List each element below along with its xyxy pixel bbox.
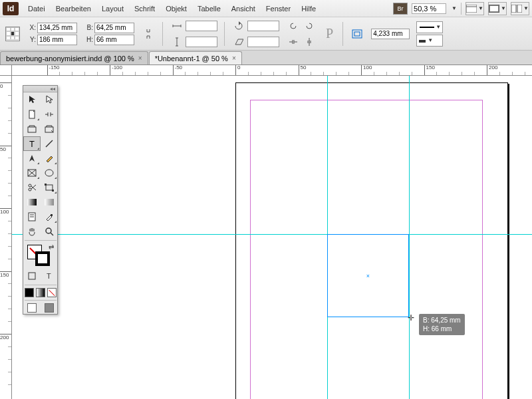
app-logo: Id [3, 2, 19, 15]
stroke-style-dropdown[interactable]: ▼ [416, 21, 443, 33]
vertical-ruler[interactable]: 050100150200 [0, 76, 12, 399]
svg-rect-4 [511, 5, 516, 13]
eyedropper-tool[interactable] [41, 209, 58, 224]
shear-input[interactable] [247, 37, 279, 47]
scale-y-icon[interactable] [170, 35, 184, 49]
close-icon[interactable]: × [232, 55, 236, 62]
fill-stroke-swatch[interactable]: ⇄ [23, 242, 58, 269]
rectangle-tool[interactable] [41, 166, 58, 180]
preview-view-icon[interactable] [45, 303, 54, 313]
apply-none-icon[interactable] [47, 288, 57, 297]
free-transform-tool[interactable] [41, 180, 58, 195]
x-position-input[interactable] [37, 23, 77, 33]
rotation-input[interactable] [247, 21, 279, 31]
svg-rect-6 [352, 30, 362, 38]
document-tabbar: bewerbung-anonymisiert.indd @ 100 % × *U… [0, 51, 532, 65]
apply-gradient-icon[interactable] [36, 288, 45, 297]
svg-rect-10 [28, 127, 36, 132]
svg-rect-23 [45, 184, 47, 186]
svg-rect-7 [354, 32, 360, 36]
horizontal-ruler[interactable]: -150-100-50050100150200 [12, 65, 532, 76]
content-placer-tool[interactable] [41, 122, 58, 136]
rotate-icon[interactable] [231, 19, 246, 33]
y-position-input[interactable] [37, 35, 77, 45]
ruler-origin[interactable] [0, 65, 12, 76]
pen-tool[interactable] [23, 151, 41, 166]
height-input[interactable] [94, 35, 134, 45]
x-label: X: [27, 24, 36, 31]
menubar: Id Datei Bearbeiten Layout Schrift Objek… [0, 0, 532, 17]
menu-schrift[interactable]: Schrift [129, 5, 160, 13]
select-container-icon[interactable] [350, 27, 364, 41]
scissors-tool[interactable] [23, 180, 41, 195]
gradient-swatch-tool[interactable] [23, 195, 41, 209]
svg-rect-3 [490, 6, 498, 11]
stroke-weight-input[interactable] [371, 29, 410, 39]
pencil-tool[interactable] [41, 151, 58, 166]
w-label: B: [84, 24, 93, 31]
menu-tabelle[interactable]: Tabelle [192, 5, 226, 13]
guide-horizontal[interactable] [12, 234, 532, 235]
page-tool[interactable] [23, 107, 41, 122]
type-tool[interactable]: T [23, 136, 41, 151]
menu-objekt[interactable]: Objekt [160, 5, 192, 13]
document-tab-2[interactable]: *Unbenannt-1 @ 50 % × [149, 51, 242, 65]
formatting-text-icon[interactable]: T [41, 269, 58, 283]
rotate-ccw-icon[interactable] [286, 19, 301, 33]
svg-rect-5 [517, 5, 522, 13]
rectangle-frame-tool[interactable] [23, 166, 41, 180]
svg-point-31 [46, 228, 51, 233]
menu-datei[interactable]: Datei [23, 5, 51, 13]
svg-rect-24 [52, 190, 54, 192]
scale-x-icon[interactable] [170, 19, 184, 33]
gradient-feather-tool[interactable] [41, 195, 58, 209]
note-tool[interactable] [23, 209, 41, 224]
svg-text:T: T [29, 140, 35, 148]
formatting-container-icon[interactable] [23, 269, 41, 283]
direct-selection-tool[interactable] [41, 92, 58, 107]
hand-tool[interactable] [23, 224, 41, 239]
gap-tool[interactable] [41, 107, 58, 122]
menu-bearbeiten[interactable]: Bearbeiten [51, 5, 96, 13]
menu-layout[interactable]: Layout [96, 5, 129, 13]
stroke-swatch[interactable] [35, 251, 50, 266]
svg-rect-25 [27, 199, 37, 205]
flip-v-icon[interactable] [302, 35, 317, 49]
reference-point-grid[interactable] [5, 27, 20, 41]
tab-label: *Unbenannt-1 @ 50 % [155, 55, 228, 63]
apply-color-icon[interactable] [25, 288, 34, 297]
guide-vertical-2[interactable] [409, 76, 410, 399]
zoom-level-select[interactable] [412, 3, 446, 14]
selection-tool[interactable] [23, 92, 41, 107]
tooltip-width: B: 64,25 mm [423, 316, 461, 325]
arrange-documents-button[interactable]: ▼ [511, 2, 529, 15]
menu-hilfe[interactable]: Hilfe [296, 5, 321, 13]
canvas[interactable]: × ✛ B: 64,25 mm H: 66 mm [12, 76, 532, 399]
flip-h-icon[interactable] [286, 35, 301, 49]
constrain-proportions-icon[interactable] [141, 27, 156, 41]
menu-fenster[interactable]: Fenster [261, 5, 296, 13]
scale-x-input[interactable] [186, 21, 217, 31]
svg-line-13 [46, 140, 53, 147]
screen-mode-button[interactable]: ▼ [488, 2, 507, 15]
close-icon[interactable]: × [138, 55, 142, 62]
line-tool[interactable] [41, 136, 58, 151]
swap-fill-stroke-icon[interactable]: ⇄ [49, 243, 54, 251]
dimensions-tooltip: B: 64,25 mm H: 66 mm [419, 314, 465, 335]
rotate-cw-icon[interactable] [302, 19, 317, 33]
view-options-button[interactable]: ▼ [466, 2, 484, 15]
tools-panel[interactable]: ◂◂ T ⇄ T [23, 85, 58, 315]
scale-y-input[interactable] [186, 37, 217, 47]
stroke-align-dropdown[interactable]: ▼ [416, 35, 443, 47]
normal-view-icon[interactable] [27, 303, 37, 313]
document-tab-1[interactable]: bewerbung-anonymisiert.indd @ 100 % × [0, 51, 148, 65]
svg-rect-26 [45, 199, 54, 205]
shear-icon[interactable] [231, 35, 246, 49]
bridge-button[interactable]: Br [393, 3, 408, 15]
zoom-tool[interactable] [41, 224, 58, 239]
content-collector-tool[interactable] [23, 122, 41, 136]
drawn-frame[interactable]: × [327, 234, 409, 317]
panel-collapse-icon[interactable]: ◂◂ [23, 86, 57, 92]
width-input[interactable] [94, 23, 134, 33]
menu-ansicht[interactable]: Ansicht [226, 5, 261, 13]
